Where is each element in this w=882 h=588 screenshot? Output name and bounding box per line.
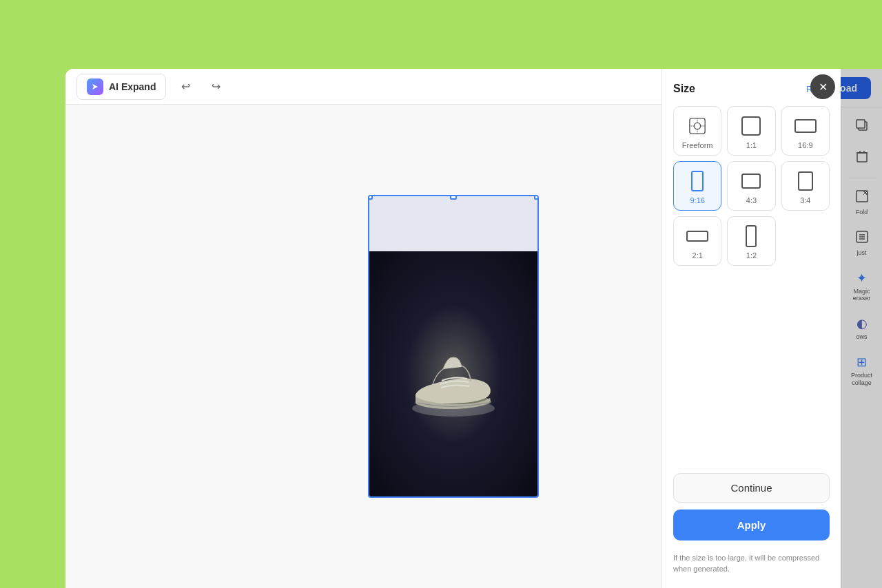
- 1-2-label: 1:2: [746, 251, 757, 260]
- resize-handle-tm[interactable]: [450, 195, 457, 200]
- shoe-spotlight: [398, 333, 509, 415]
- resize-handle-tr[interactable]: [534, 195, 539, 200]
- preview-shoe-area: [369, 251, 537, 496]
- size-options-grid: Freeform 1:1 16:9: [673, 106, 830, 266]
- 1-1-shape-icon: [741, 115, 761, 137]
- svg-point-26: [695, 123, 701, 129]
- preview-canvas: [368, 195, 539, 498]
- 3-4-label: 3:4: [800, 196, 810, 204]
- action-buttons: Continue Apply If the size is too large,…: [673, 473, 830, 574]
- ai-expand-icon: [87, 78, 103, 95]
- 16-9-shape-icon: [794, 115, 817, 137]
- 4-3-shape-icon: [741, 170, 761, 192]
- modal-redo-button[interactable]: ↪: [205, 76, 227, 98]
- size-option-1-2[interactable]: 1:2: [727, 216, 775, 266]
- modal-undo-button[interactable]: ↩: [174, 76, 196, 98]
- size-option-16-9[interactable]: 16:9: [781, 106, 830, 156]
- 9-16-shape-icon: [691, 170, 704, 192]
- 9-16-label: 9:16: [690, 196, 704, 204]
- 3-4-shape-icon: [798, 170, 813, 192]
- size-option-3-4[interactable]: 3:4: [781, 161, 830, 211]
- ai-expand-badge: AI Expand: [76, 74, 166, 100]
- modal-close-button[interactable]: ✕: [810, 74, 835, 99]
- size-option-2-1[interactable]: 2:1: [673, 216, 721, 266]
- freeform-label: Freeform: [682, 141, 713, 149]
- size-note: If the size is too large, it will be com…: [673, 553, 830, 574]
- 4-3-label: 4:3: [746, 196, 757, 204]
- 2-1-label: 2:1: [693, 251, 703, 260]
- preview-top-area: [369, 196, 537, 251]
- preview-wrapper: [368, 195, 539, 498]
- size-option-9-16[interactable]: 9:16: [673, 161, 721, 211]
- size-option-freeform[interactable]: Freeform: [673, 106, 721, 156]
- 1-1-label: 1:1: [746, 141, 757, 149]
- shoe-svg: [398, 329, 509, 419]
- ai-expand-title: AI Expand: [109, 81, 156, 92]
- modal-overlay: ✕ AI Expand ↩ ↪: [65, 69, 882, 588]
- freeform-shape-icon: [688, 115, 706, 137]
- app-window: 🏠 Files / 1710816517762 ▾ ☁ ↩ ↪ 👑 Upgrad…: [65, 69, 882, 588]
- 16-9-label: 16:9: [798, 141, 812, 149]
- apply-button[interactable]: Apply: [673, 510, 830, 540]
- continue-button[interactable]: Continue: [673, 473, 830, 503]
- size-panel-title: Size: [673, 83, 695, 95]
- resize-handle-tl[interactable]: [368, 195, 373, 200]
- size-option-4-3[interactable]: 4:3: [727, 161, 775, 211]
- size-panel-header: Size Reset: [673, 83, 830, 95]
- size-panel: Size Reset: [662, 69, 841, 588]
- 1-2-shape-icon: [746, 225, 757, 247]
- 2-1-shape-icon: [686, 225, 708, 247]
- size-option-1-1[interactable]: 1:1: [727, 106, 775, 156]
